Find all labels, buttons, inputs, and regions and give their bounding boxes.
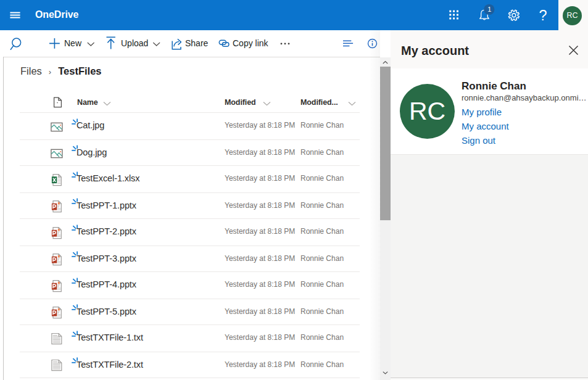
svg-text:1: 1 [487, 6, 491, 13]
svg-text:?: ? [539, 7, 547, 23]
